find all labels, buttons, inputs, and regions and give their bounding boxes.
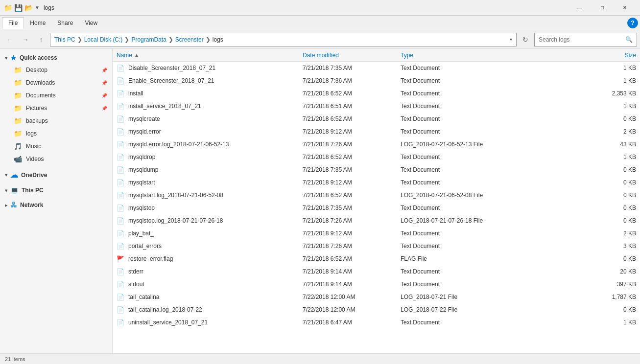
menu-tab-home[interactable]: Home: [24, 18, 51, 28]
menu-tab-share[interactable]: Share: [51, 18, 79, 28]
file-date: 7/21/2018 6:52 AM: [303, 115, 401, 122]
table-row[interactable]: 📄 mysqld.error.log_2018-07-21-06-52-13 7…: [113, 138, 640, 151]
log-file-icon: 📄: [117, 141, 124, 148]
table-row[interactable]: 📄 uninstall_service_2018_07_21 7/21/2018…: [113, 316, 640, 329]
onedrive-label: OneDrive: [21, 172, 47, 179]
file-date: 7/21/2018 6:52 AM: [303, 154, 401, 160]
menu-tab-view[interactable]: View: [79, 18, 103, 28]
file-name: 📄 uninstall_service_2018_07_21: [117, 319, 303, 326]
file-date: 7/21/2018 9:14 AM: [303, 281, 401, 288]
log-file-icon: 📄: [117, 192, 124, 199]
file-name: 📄 mysqld.error: [117, 128, 303, 136]
file-date: 7/21/2018 9:12 AM: [303, 128, 401, 135]
table-row[interactable]: 📄 install 7/21/2018 6:52 AM Text Documen…: [113, 87, 640, 100]
sidebar-item-desktop[interactable]: 📁 Desktop 📌: [0, 64, 112, 76]
file-type: Text Document: [401, 243, 528, 250]
onedrive-header[interactable]: ▾ ☁ OneDrive: [0, 167, 112, 182]
table-row[interactable]: 📄 mysqlstop 7/21/2018 7:35 AM Text Docum…: [113, 202, 640, 214]
folder-icon: 🎵: [14, 142, 22, 150]
sidebar-item-pictures[interactable]: 📁 Pictures 📌: [0, 102, 112, 114]
sidebar-item-label: Documents: [26, 92, 56, 99]
title-bar-icons: 📁 💾 📂 ▼: [4, 4, 40, 12]
file-type: Text Document: [401, 90, 528, 97]
breadcrumb-thispc[interactable]: This PC: [54, 36, 75, 43]
up-button[interactable]: ↑: [34, 33, 48, 46]
file-size: 1 KB: [528, 103, 636, 110]
dropdown-arrow[interactable]: ▼: [35, 5, 40, 10]
table-row[interactable]: 📄 stderr 7/21/2018 9:14 AM Text Document…: [113, 265, 640, 278]
text-file-icon: 📄: [117, 205, 124, 212]
quick-access-header[interactable]: ▾ ★ Quick access: [0, 51, 112, 64]
close-button[interactable]: ✕: [614, 0, 636, 16]
breadcrumb-programdata[interactable]: ProgramData: [131, 36, 166, 43]
forward-button[interactable]: →: [19, 33, 32, 46]
computer-icon: 💻: [10, 186, 19, 194]
table-row[interactable]: 📄 portal_errors 7/21/2018 7:26 AM Text D…: [113, 240, 640, 252]
file-name: 📄 tail_catalina: [117, 294, 303, 301]
breadcrumb-screenster[interactable]: Screenster: [175, 36, 204, 43]
file-name: 📄 stderr: [117, 268, 303, 275]
file-type: Text Document: [401, 65, 528, 71]
search-input[interactable]: [539, 36, 625, 43]
col-header-size[interactable]: Size: [528, 52, 636, 59]
table-row[interactable]: 📄 stdout 7/21/2018 9:14 AM Text Document…: [113, 278, 640, 291]
address-box[interactable]: This PC ❯ Local Disk (C:) ❯ ProgramData …: [50, 33, 517, 46]
table-row[interactable]: 📄 mysqlstart.log_2018-07-21-06-52-08 7/2…: [113, 189, 640, 202]
text-file-icon: 📄: [117, 179, 124, 186]
thispc-header[interactable]: ▾ 💻 This PC: [0, 183, 112, 196]
sidebar-item-documents[interactable]: 📁 Documents 📌: [0, 89, 112, 102]
table-row[interactable]: 📄 mysqlcreate 7/21/2018 6:52 AM Text Doc…: [113, 113, 640, 125]
folder-icon: 📹: [14, 155, 22, 163]
file-name: 📄 mysqlstart.log_2018-07-21-06-52-08: [117, 192, 303, 199]
file-name: 📄 portal_errors: [117, 243, 303, 250]
file-date: 7/21/2018 7:35 AM: [303, 205, 401, 211]
file-type: LOG_2018-07-21-06-52-13 File: [401, 141, 528, 148]
table-row[interactable]: 📄 mysqld.error 7/21/2018 9:12 AM Text Do…: [113, 125, 640, 138]
table-row[interactable]: 📄 mysqlstart 7/21/2018 9:12 AM Text Docu…: [113, 176, 640, 189]
sidebar-item-logs[interactable]: 📁 logs: [0, 127, 112, 140]
minimize-button[interactable]: —: [569, 0, 591, 16]
table-row[interactable]: 🚩 restore_error.flag 7/21/2018 6:52 AM F…: [113, 252, 640, 265]
text-file-icon: 📄: [117, 243, 124, 250]
sidebar-item-music[interactable]: 🎵 Music: [0, 140, 112, 153]
sidebar: ▾ ★ Quick access 📁 Desktop 📌 📁 Downloads…: [0, 49, 113, 353]
table-row[interactable]: 📄 tail_catalina 7/22/2018 12:00 AM LOG_2…: [113, 291, 640, 303]
table-row[interactable]: 📄 mysqlstop.log_2018-07-21-07-26-18 7/21…: [113, 214, 640, 227]
expand-icon: ▾: [5, 172, 7, 178]
pin-icon: 📌: [101, 106, 107, 111]
table-row[interactable]: 📄 mysqldrop 7/21/2018 6:52 AM Text Docum…: [113, 151, 640, 163]
file-name: 📄 mysqld.error.log_2018-07-21-06-52-13: [117, 141, 303, 148]
file-name: 📄 Enable_Screenster_2018_07_21: [117, 77, 303, 85]
network-header[interactable]: ▸ 🖧 Network: [0, 198, 112, 211]
col-header-type[interactable]: Type: [401, 52, 528, 59]
table-row[interactable]: 📄 play_bat_ 7/21/2018 9:12 AM Text Docum…: [113, 227, 640, 240]
refresh-button[interactable]: ↻: [519, 33, 532, 46]
table-row[interactable]: 📄 install_service_2018_07_21 7/21/2018 6…: [113, 100, 640, 113]
table-row[interactable]: 📄 Enable_Screenster_2018_07_21 7/21/2018…: [113, 74, 640, 87]
sidebar-item-downloads[interactable]: 📁 Downloads 📌: [0, 76, 112, 89]
address-dropdown-arrow[interactable]: ▾: [510, 37, 512, 42]
file-size: 0 KB: [528, 306, 636, 313]
folder-icon: 📁: [14, 91, 22, 99]
breadcrumb-localdisk[interactable]: Local Disk (C:): [84, 36, 123, 43]
file-date: 7/22/2018 12:00 AM: [303, 306, 401, 313]
main-layout: ▾ ★ Quick access 📁 Desktop 📌 📁 Downloads…: [0, 49, 640, 353]
table-row[interactable]: 📄 tail_catalina.log_2018-07-22 7/22/2018…: [113, 303, 640, 316]
col-header-date[interactable]: Date modified: [303, 52, 401, 59]
floppy-icon: 💾: [14, 4, 23, 12]
address-bar: ← → ↑ This PC ❯ Local Disk (C:) ❯ Progra…: [0, 30, 640, 49]
sidebar-item-videos[interactable]: 📹 Videos: [0, 153, 112, 165]
file-type: LOG_2018-07-21-07-26-18 File: [401, 217, 528, 224]
back-button[interactable]: ←: [3, 33, 17, 46]
file-name: 📄 mysqldump: [117, 166, 303, 174]
file-date: 7/21/2018 6:51 AM: [303, 103, 401, 110]
maximize-button[interactable]: □: [591, 0, 614, 16]
search-box[interactable]: 🔍: [534, 33, 637, 46]
table-row[interactable]: 📄 mysqldump 7/21/2018 7:35 AM Text Docum…: [113, 163, 640, 176]
table-row[interactable]: 📄 Disable_Screenster_2018_07_21 7/21/201…: [113, 62, 640, 74]
col-header-name[interactable]: Name ▲: [117, 52, 303, 59]
help-button[interactable]: ?: [627, 18, 638, 28]
sidebar-item-label: logs: [26, 130, 37, 137]
menu-tab-file[interactable]: File: [2, 17, 24, 29]
sidebar-item-backups[interactable]: 📁 backups: [0, 114, 112, 127]
